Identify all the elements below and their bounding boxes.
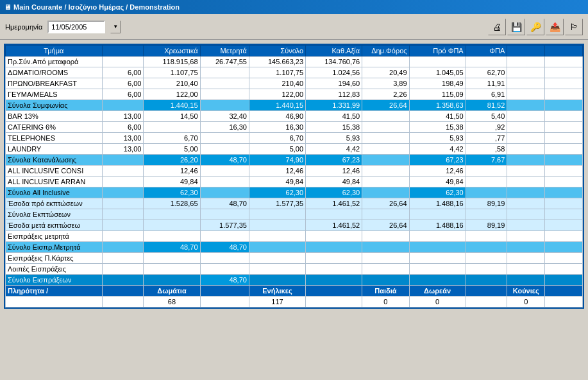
flag-button[interactable]: 🏳 xyxy=(565,19,583,35)
table-cell xyxy=(102,253,144,264)
table-cell xyxy=(507,166,545,177)
table-cell xyxy=(409,56,466,67)
table-cell: 1.358,63 xyxy=(409,100,466,111)
table-row: BAR 13%13,0014,5032,4046,9041,5041,505,4… xyxy=(6,111,583,122)
table-cell: 48,70 xyxy=(200,155,249,166)
table-cell xyxy=(144,231,200,242)
export-button[interactable]: 📤 xyxy=(546,19,564,35)
table-cell xyxy=(545,209,583,220)
table-cell: 5,00 xyxy=(249,144,305,155)
table-cell xyxy=(362,275,409,286)
table-cell: ALL INCLUSIVE ARRAN xyxy=(6,177,103,187)
save-button[interactable]: 💾 xyxy=(507,19,525,35)
table-cell xyxy=(102,209,144,220)
table-cell: 62,30 xyxy=(306,187,362,198)
table-row: ΓΕΥΜΑ/MEALS6,00122,00122,00112,832,26115… xyxy=(6,89,583,100)
table-cell: 11,91 xyxy=(466,78,507,89)
key-button[interactable]: 🔑 xyxy=(526,19,544,35)
table-cell: 0 xyxy=(507,297,545,307)
table-cell xyxy=(306,286,362,297)
table-cell xyxy=(102,264,144,275)
table-row: Έσοδα μετά εκπτώσεω1.577,351.461,5226,64… xyxy=(6,220,583,231)
table-cell: Πληρότητα / xyxy=(6,286,103,297)
table-cell xyxy=(466,253,507,264)
table-cell: 210,40 xyxy=(249,78,305,89)
table-cell: 14,50 xyxy=(144,111,200,122)
table-cell: 12,46 xyxy=(144,166,200,177)
table-row: Έσοδα πρό εκπτώσεων1.528,6548,701.577,35… xyxy=(6,198,583,209)
table-cell: Σύνολα Συμφωνίας xyxy=(6,100,103,111)
table-cell: 49,84 xyxy=(249,177,305,187)
table-cell xyxy=(249,209,305,220)
table-cell xyxy=(545,253,583,264)
table-cell: 1.577,35 xyxy=(249,198,305,209)
table-cell: 118.915,68 xyxy=(144,56,200,67)
table-cell: TELEPHONES xyxy=(6,133,103,144)
table-cell: 122,00 xyxy=(144,89,200,100)
print-button[interactable]: 🖨 xyxy=(488,19,506,35)
table-cell xyxy=(409,209,466,220)
table-cell: 194,60 xyxy=(306,78,362,89)
table-cell xyxy=(545,144,583,155)
table-cell xyxy=(507,198,545,209)
table-cell xyxy=(200,253,249,264)
table-cell: 4,42 xyxy=(409,144,466,155)
table-row: LAUNDRY13,005,005,004,424,42,58 xyxy=(6,144,583,155)
table-cell: 62,30 xyxy=(409,187,466,198)
table-cell xyxy=(507,275,545,286)
table-cell: 6,00 xyxy=(102,67,144,78)
table-cell xyxy=(507,144,545,155)
table-cell xyxy=(545,133,583,144)
table-cell: Σύνολα Κατανάλωσης xyxy=(6,155,103,166)
table-cell xyxy=(507,231,545,242)
col-syn-header: Σύνολο xyxy=(249,46,305,56)
table-cell xyxy=(545,155,583,166)
table-cell: 210,40 xyxy=(144,78,200,89)
table-cell: 115,09 xyxy=(409,89,466,100)
table-cell xyxy=(144,122,200,133)
table-cell xyxy=(249,231,305,242)
col-kath-header: Καθ.Αξία xyxy=(306,46,362,56)
table-cell: 81,52 xyxy=(466,100,507,111)
table-cell xyxy=(306,209,362,220)
table-cell: 1.577,35 xyxy=(200,220,249,231)
table-cell xyxy=(409,231,466,242)
table-cell xyxy=(362,264,409,275)
table-cell: Εισπράξεις μετρητά xyxy=(6,231,103,242)
table-cell: 49,84 xyxy=(144,177,200,187)
table-cell: ,77 xyxy=(466,133,507,144)
table-cell xyxy=(545,297,583,307)
table-cell: Ενήλικες xyxy=(249,286,305,297)
table-cell: 12,46 xyxy=(249,166,305,177)
title-text: Main Courante / Ισοζύγιο Ημέρας / Demons… xyxy=(13,3,180,11)
table-cell: 6,00 xyxy=(102,78,144,89)
table-cell xyxy=(545,89,583,100)
table-row: ALL INCLUSIVE CONSI12,4612,4612,4612,46 xyxy=(6,166,583,177)
table-cell xyxy=(545,220,583,231)
table-cell xyxy=(200,209,249,220)
table-cell xyxy=(102,198,144,209)
table-cell: 48,70 xyxy=(200,242,249,253)
table-cell: Εισπράξεις Π.Κάρτες xyxy=(6,253,103,264)
table-cell xyxy=(102,275,144,286)
table-row: Σύνολο Εισπράξεων48,70 xyxy=(6,275,583,286)
col-fpa-header: ΦΠΑ xyxy=(466,46,507,56)
table-cell: 6,00 xyxy=(102,89,144,100)
col-tmima-header: Τμήμα xyxy=(6,46,103,56)
date-input[interactable] xyxy=(47,21,105,33)
col-metr-header: Μετρητά xyxy=(200,46,249,56)
table-row: ΠΡΩΝΟ/BREAKFAST6,00210,40210,40194,603,8… xyxy=(6,78,583,89)
table-cell: 41,50 xyxy=(409,111,466,122)
table-cell xyxy=(545,100,583,111)
col-dim-header: Δημ.Φόρος xyxy=(362,46,409,56)
table-cell xyxy=(102,166,144,177)
table-cell: 68 xyxy=(144,297,200,307)
table-cell: 122,00 xyxy=(249,89,305,100)
table-cell xyxy=(362,177,409,187)
table-cell: 16,30 xyxy=(200,122,249,133)
table-cell xyxy=(144,209,200,220)
table-cell xyxy=(249,275,305,286)
table-cell: ALL INCLUSIVE CONSI xyxy=(6,166,103,177)
table-cell xyxy=(102,155,144,166)
date-dropdown-button[interactable]: ▼ xyxy=(110,21,121,33)
